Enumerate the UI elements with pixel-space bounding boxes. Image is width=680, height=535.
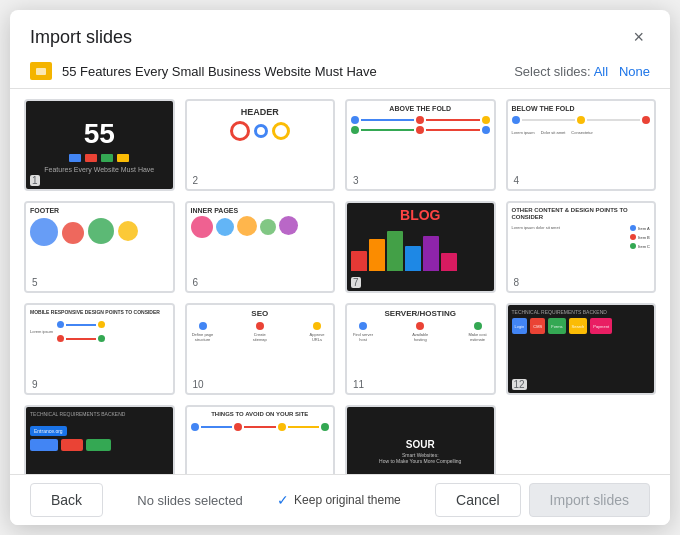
slide-thumb-10[interactable]: SEO Define page structure Create sitemap bbox=[185, 303, 336, 395]
select-label: Select slides: bbox=[514, 64, 591, 79]
slide-preview-9: MOBILE RESPONSIVE DESIGN POINTS TO CONSI… bbox=[26, 305, 173, 393]
slide-number-11: 11 bbox=[351, 379, 366, 390]
slide-preview-11: SERVER/HOSTING Find server host Availabl… bbox=[347, 305, 494, 393]
slide-preview-15: SOUR Smart Websites:How to Make Yours Mo… bbox=[347, 407, 494, 474]
slide-preview-7: BLOG bbox=[347, 203, 494, 291]
close-button[interactable]: × bbox=[627, 26, 650, 48]
slide-number-12: 12 bbox=[512, 379, 527, 390]
import-slides-dialog: Import slides × 55 Features Every Small … bbox=[10, 10, 670, 525]
slide-thumb-6[interactable]: INNER PAGES 6 bbox=[185, 201, 336, 293]
slide-number-1: 1 bbox=[30, 175, 40, 186]
slide-preview-1: 55 Features Every Website Must Have bbox=[26, 101, 173, 189]
slide-icon bbox=[30, 62, 52, 80]
import-button[interactable]: Import slides bbox=[529, 483, 650, 517]
selection-status: No slides selected bbox=[137, 493, 243, 508]
slide-number-6: 6 bbox=[191, 277, 201, 288]
keep-theme-label: Keep original theme bbox=[294, 493, 401, 507]
slide-number-3: 3 bbox=[351, 175, 361, 186]
slide-preview-2: HEADER bbox=[187, 101, 334, 189]
dialog-header: Import slides × bbox=[10, 10, 670, 58]
slide-thumb-13[interactable]: TECHNICAL REQUIREMENTS BACKEND Entrance.… bbox=[24, 405, 175, 474]
select-none-link[interactable]: None bbox=[619, 64, 650, 79]
slides-grid: 55 Features Every Website Must Have 1 HE… bbox=[24, 99, 656, 474]
cancel-button[interactable]: Cancel bbox=[435, 483, 521, 517]
slide-thumb-3[interactable]: ABOVE THE FOLD bbox=[345, 99, 496, 191]
check-icon: ✓ bbox=[277, 492, 289, 508]
slide-preview-6: INNER PAGES bbox=[187, 203, 334, 291]
slide-thumb-2[interactable]: HEADER 2 bbox=[185, 99, 336, 191]
slide-preview-10: SEO Define page structure Create sitemap bbox=[187, 305, 334, 393]
back-button[interactable]: Back bbox=[30, 483, 103, 517]
slides-grid-area[interactable]: 55 Features Every Website Must Have 1 HE… bbox=[10, 89, 670, 474]
slides-file-icon bbox=[34, 66, 48, 77]
footer-right: ✓ Keep original theme bbox=[277, 492, 401, 508]
dialog-title: Import slides bbox=[30, 27, 132, 48]
slide-thumb-4[interactable]: BELOW THE FOLD Lorem ipsum Dolor sit ame… bbox=[506, 99, 657, 191]
slide-preview-14: THINGS TO AVOID ON YOUR SITE bbox=[187, 407, 334, 474]
slide-preview-13: TECHNICAL REQUIREMENTS BACKEND Entrance.… bbox=[26, 407, 173, 474]
slide-thumb-12[interactable]: TECHNICAL REQUIREMENTS BACKEND Login CMS… bbox=[506, 303, 657, 395]
slide-preview-5: FOOTER bbox=[26, 203, 173, 291]
slide-number-9: 9 bbox=[30, 379, 40, 390]
slide-thumb-14[interactable]: THINGS TO AVOID ON YOUR SITE 1 bbox=[185, 405, 336, 474]
source-info: 55 Features Every Small Business Website… bbox=[30, 62, 377, 80]
slide-thumb-8[interactable]: OTHER CONTENT & DESIGN POINTS TO CONSIDE… bbox=[506, 201, 657, 293]
slide-preview-3: ABOVE THE FOLD bbox=[347, 101, 494, 189]
slide-number-8: 8 bbox=[512, 277, 522, 288]
slide-thumb-9[interactable]: MOBILE RESPONSIVE DESIGN POINTS TO CONSI… bbox=[24, 303, 175, 395]
slide-preview-12: TECHNICAL REQUIREMENTS BACKEND Login CMS… bbox=[508, 305, 655, 393]
slide-thumb-7[interactable]: BLOG 7 bbox=[345, 201, 496, 293]
slide-preview-8: OTHER CONTENT & DESIGN POINTS TO CONSIDE… bbox=[508, 203, 655, 291]
slide-thumb-5[interactable]: FOOTER 5 bbox=[24, 201, 175, 293]
slide-thumb-11[interactable]: SERVER/HOSTING Find server host Availabl… bbox=[345, 303, 496, 395]
keep-theme-option: ✓ Keep original theme bbox=[277, 492, 401, 508]
dialog-footer: Back No slides selected ✓ Keep original … bbox=[10, 474, 670, 525]
source-name: 55 Features Every Small Business Website… bbox=[62, 64, 377, 79]
svg-rect-1 bbox=[36, 68, 46, 75]
select-all-link[interactable]: All bbox=[594, 64, 608, 79]
slide-number-2: 2 bbox=[191, 175, 201, 186]
select-links: Select slides: All None bbox=[514, 64, 650, 79]
slide-number-5: 5 bbox=[30, 277, 40, 288]
source-bar: 55 Features Every Small Business Website… bbox=[10, 58, 670, 89]
slide-preview-4: BELOW THE FOLD Lorem ipsum Dolor sit ame… bbox=[508, 101, 655, 189]
slide-number-10: 10 bbox=[191, 379, 206, 390]
slide-thumb-15[interactable]: SOUR Smart Websites:How to Make Yours Mo… bbox=[345, 405, 496, 474]
footer-actions: Cancel Import slides bbox=[435, 483, 650, 517]
slide-number-7: 7 bbox=[351, 277, 361, 288]
slide-number-4: 4 bbox=[512, 175, 522, 186]
footer-center: No slides selected bbox=[137, 493, 243, 508]
slide-thumb-1[interactable]: 55 Features Every Website Must Have 1 bbox=[24, 99, 175, 191]
